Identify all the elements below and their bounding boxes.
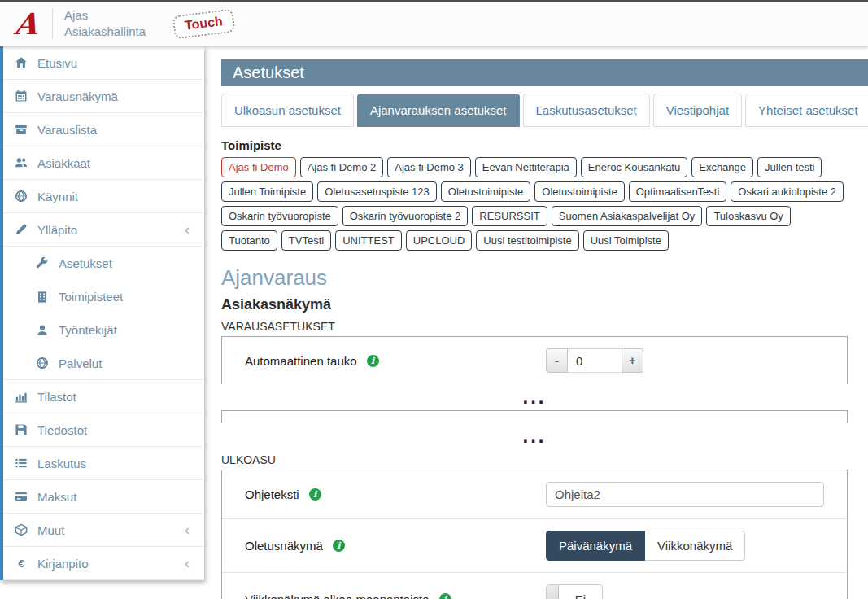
info-icon[interactable] [309, 488, 321, 501]
sidebar-item-label: Kirjanpito [37, 557, 89, 571]
toimipiste-option-tuotanto[interactable]: Tuotanto [221, 230, 277, 251]
ohjeteksti-labelwrap: Ohjeteksti [245, 488, 546, 501]
bar-chart-icon [15, 390, 31, 403]
toimipiste-option-oletusasetuspiste-123[interactable]: Oletusasetuspiste 123 [317, 181, 437, 202]
toimipiste-option-uusi-toimipiste[interactable]: Uusi Toimipiste [583, 230, 669, 251]
toimipiste-option-tvtesti[interactable]: TVTesti [281, 230, 331, 251]
globe-icon [15, 190, 31, 203]
sidebar-item-varausnakyma[interactable]: Varausnäkymä [3, 80, 204, 113]
toimipiste-option-ajas-fi-demo-3[interactable]: Ajas fi Demo 3 [387, 157, 471, 177]
pencil-icon [15, 223, 31, 236]
toimipiste-option-ajas-fi-demo-2[interactable]: Ajas fi Demo 2 [300, 157, 384, 177]
sidebar-item-kaynnit[interactable]: Käynnit [3, 180, 204, 213]
info-icon[interactable] [439, 593, 451, 599]
topbar: A Ajas Asiakashallinta Touch [0, 0, 868, 46]
truncation-ellipsis: ... [221, 387, 848, 408]
globe-icon [36, 356, 52, 369]
toimipiste-option-jullen-testi[interactable]: Jullen testi [757, 157, 822, 177]
home-icon [15, 56, 31, 69]
toimipiste-option-optimaalisentesti[interactable]: OptimaalisenTesti [629, 181, 727, 202]
viikkonakyma-alkaa-toggle[interactable]: Ei [546, 584, 603, 599]
stepper-plus-button[interactable]: + [622, 348, 643, 373]
sidebar-item-kirjanpito[interactable]: €Kirjanpito‹ [3, 547, 204, 580]
ohjeteksti-input[interactable] [546, 482, 824, 507]
sidebar-item-label: Varauslista [37, 123, 97, 137]
group-label-varausasetukset: VARAUSASETUKSET [221, 320, 848, 333]
tab-ajanvarauksen-asetukset[interactable]: Ajanvarauksen asetukset [357, 94, 520, 127]
brand-line1: Ajas [64, 7, 146, 24]
users-icon [15, 156, 31, 169]
sidebar-item-label: Palvelut [59, 356, 102, 370]
sidebar-menu: EtusivuVarausnäkymäVarauslistaAsiakkaatK… [0, 46, 204, 580]
toimipiste-option-unittest[interactable]: UNITTEST [335, 230, 402, 251]
toimipiste-option-upcloud[interactable]: UPCLOUD [406, 230, 473, 251]
toimipiste-option-resurssit[interactable]: RESURSSIT [472, 206, 547, 226]
automaattinen-tauko-input[interactable] [568, 348, 622, 373]
sidebar-item-varauslista[interactable]: Varauslista [3, 113, 204, 146]
stepper-minus-button[interactable]: - [546, 348, 568, 373]
sidebar-item-muut[interactable]: Muut‹ [3, 514, 204, 547]
sidebar-item-yllapito[interactable]: Ylläpito‹ [3, 213, 204, 247]
sidebar-item-label: Käynnit [37, 190, 78, 203]
toimipiste-option-tuloskasvu-oy[interactable]: Tuloskasvu Oy [706, 206, 791, 226]
tab-laskutusasetukset[interactable]: Laskutusasetukset [523, 94, 650, 127]
info-icon[interactable] [333, 540, 345, 552]
tab-yhteiset-asetukset[interactable]: Yhteiset asetukset [745, 94, 868, 127]
oletusnakyma-option-viikkon-kym[interactable]: Viikkonäkymä [645, 531, 745, 561]
ohjeteksti-row: Ohjeteksti [222, 470, 847, 518]
ajas-logo-icon: A [0, 3, 55, 44]
touch-badge: Touch [172, 8, 236, 39]
sidebar-item-label: Työntekijät [59, 323, 117, 337]
sidebar-item-label: Asiakkaat [37, 156, 90, 170]
sidebar-item-tilastot[interactable]: Tilastot [3, 380, 204, 413]
tab-ulkoasun-asetukset[interactable]: Ulkoasun asetukset [221, 94, 354, 127]
sidebar-item-palvelut[interactable]: Palvelut [3, 347, 204, 380]
sidebar-item-label: Ylläpito [37, 223, 77, 237]
sidebar-item-laskutus[interactable]: Laskutus [3, 447, 204, 480]
toimipiste-option-uusi-testitoimipiste[interactable]: Uusi testitoimipiste [476, 230, 578, 251]
sidebar-item-tiedostot[interactable]: Tiedostot [3, 413, 204, 447]
info-icon[interactable] [367, 355, 379, 367]
sidebar-item-label: Muut [37, 523, 64, 537]
toimipiste-option-jullen-toimipiste[interactable]: Jullen Toimipiste [221, 181, 313, 202]
oletusnakyma-label: Oletusnäkymä [245, 539, 323, 553]
wrench-icon [36, 257, 52, 270]
oletusnakyma-option-p-iv-n-kym[interactable]: Päivänäkymä [546, 531, 645, 561]
toimipiste-option-eevan-nettiterapia[interactable]: Eevan Nettiterapia [475, 157, 577, 177]
toimipiste-option-oletustoimipiste[interactable]: Oletustoimipiste [534, 181, 624, 202]
cube-icon [15, 523, 31, 536]
toimipiste-option-oskari-aukiolopiste-2[interactable]: Oskari aukiolopiste 2 [731, 181, 844, 202]
sidebar-item-toimipisteet[interactable]: Toimipisteet [3, 280, 204, 313]
calendar-icon [15, 90, 31, 103]
group-label-ulkoasu: ULKOASU [221, 453, 848, 466]
sidebar-item-maksut[interactable]: Maksut [3, 480, 204, 514]
toimipiste-option-eneroc-kousankatu[interactable]: Eneroc Kousankatu [581, 157, 687, 177]
automaattinen-tauko-labelwrap: Automaattinen tauko [245, 354, 546, 368]
tab-viestipohjat[interactable]: Viestipohjat [653, 94, 742, 127]
chevron-left-icon: ‹ [185, 222, 204, 237]
save-icon [15, 423, 31, 436]
truncation-ellipsis: ... [221, 426, 848, 447]
sidebar-item-asiakkaat[interactable]: Asiakkaat [3, 146, 204, 180]
toimipiste-option-oskarin-ty-vuoropiste-2[interactable]: Oskarin työvuoropiste 2 [342, 206, 469, 226]
chevron-left-icon: ‹ [185, 522, 204, 537]
truncated-panel [221, 410, 848, 423]
toggle-value: Ei [559, 585, 602, 599]
sidebar-item-label: Toimipisteet [59, 290, 123, 304]
sidebar-item-etusivu[interactable]: Etusivu [3, 46, 204, 80]
toimipiste-option-oskarin-ty-vuoropiste[interactable]: Oskarin työvuoropiste [221, 206, 338, 226]
sidebar-item-label: Laskutus [37, 457, 86, 470]
toimipiste-option-suomen-asiakaspalvelijat-oy[interactable]: Suomen Asiakaspalvelijat Oy [552, 206, 703, 226]
toimipiste-option-exchange[interactable]: Exchange [691, 157, 753, 177]
list-icon [15, 457, 31, 470]
viikkonakyma-alkaa-labelwrap: Viikkonäkymä alkaa maanantaista [245, 592, 546, 599]
automaattinen-tauko-stepper: - + [546, 348, 643, 373]
sidebar-item-asetukset[interactable]: Asetukset [3, 247, 204, 280]
euro-icon: € [15, 557, 31, 570]
sidebar-item-label: Maksut [37, 490, 76, 504]
sidebar-item-tyontekijat[interactable]: Työntekijät [3, 313, 204, 347]
toimipiste-options: Ajas fi DemoAjas fi Demo 2Ajas fi Demo 3… [221, 157, 848, 251]
toimipiste-option-oletustoimipiste[interactable]: Oletustoimipiste [441, 181, 530, 202]
settings-tabs: Ulkoasun asetuksetAjanvarauksen asetukse… [221, 94, 848, 127]
toimipiste-option-ajas-fi-demo[interactable]: Ajas fi Demo [221, 157, 296, 177]
